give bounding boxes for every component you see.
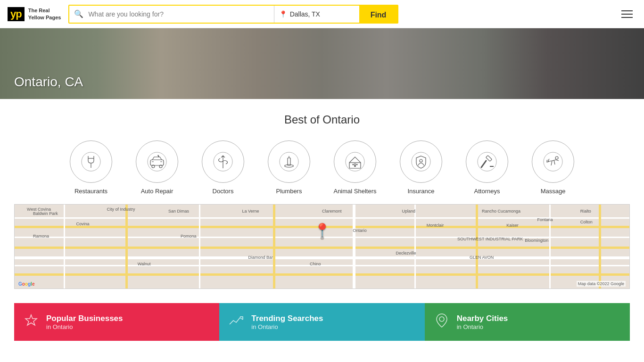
logo[interactable]: yp The Real Yellow Pages xyxy=(8,7,61,21)
search-input[interactable] xyxy=(88,10,273,18)
logo-tagline: The Real Yellow Pages xyxy=(28,7,61,21)
google-logo: Google xyxy=(18,281,34,287)
nearby-icon xyxy=(434,313,449,331)
map-label-13: Fontana xyxy=(537,217,553,222)
category-label-doctors: Doctors xyxy=(213,188,234,195)
map-label-21: City of Industry xyxy=(107,207,135,212)
road-h3 xyxy=(15,247,629,249)
trending-title: Trending Searches xyxy=(251,314,323,323)
medical-icon xyxy=(213,151,233,172)
road-v2 xyxy=(125,205,128,288)
category-restaurants[interactable]: Restaurants xyxy=(65,140,117,195)
logo-line1: The Real xyxy=(28,7,61,14)
popular-businesses-card[interactable]: Popular Businesses in Ontario xyxy=(14,303,219,341)
category-label-auto-repair: Auto Repair xyxy=(141,188,173,195)
trending-searches-card[interactable]: Trending Searches in Ontario xyxy=(219,303,424,341)
road-v7 xyxy=(476,205,478,288)
category-insurance[interactable]: Insurance xyxy=(395,140,447,195)
road-v4 xyxy=(273,205,275,288)
svg-point-10 xyxy=(280,152,298,171)
hero-scene-bg xyxy=(0,28,644,99)
category-auto-repair[interactable]: Auto Repair xyxy=(131,140,183,195)
map-label-19: GLEN AVON xyxy=(470,255,494,260)
location-input[interactable] xyxy=(290,10,347,18)
category-label-animal-shelters: Animal Shelters xyxy=(333,188,376,195)
search-icon: 🔍 xyxy=(69,9,88,18)
shield-icon xyxy=(411,151,431,172)
category-attorneys[interactable]: Attorneys xyxy=(461,140,513,195)
svg-rect-4 xyxy=(150,160,164,165)
popular-icon xyxy=(24,313,39,331)
map-container: Baldwin Park Covina San Dimas La Verne C… xyxy=(15,205,629,288)
map-label-6: Upland xyxy=(402,209,416,214)
nearby-cities-card[interactable]: Nearby Cities in Ontario xyxy=(425,303,630,341)
map-label-1: Baldwin Park xyxy=(33,211,58,216)
map-label-3: San Dimas xyxy=(168,209,189,214)
restaurant-icon xyxy=(81,151,101,172)
map-label-2: Covina xyxy=(76,222,89,226)
map-label-4: La Verne xyxy=(242,209,259,214)
category-plumbers[interactable]: Plumbers xyxy=(263,140,315,195)
svg-point-25 xyxy=(544,152,562,171)
road-h6 xyxy=(15,265,629,266)
map-label-5: Claremont xyxy=(322,209,342,214)
hamburger-line2 xyxy=(621,14,633,15)
hamburger-menu[interactable] xyxy=(618,7,636,22)
map-label-colton: Colton xyxy=(580,220,593,224)
map-label-17: Walnut xyxy=(138,262,151,266)
road-h7 xyxy=(15,273,629,276)
popular-title: Popular Businesses xyxy=(46,314,123,323)
search-where-container: 📍 xyxy=(274,6,359,23)
category-circle-doctors xyxy=(202,140,244,183)
category-doctors[interactable]: Doctors xyxy=(197,140,249,195)
search-bar: 🔍 📍 Find xyxy=(68,5,398,24)
svg-point-27 xyxy=(439,317,444,321)
categories-row: Restaurants Auto Repair xyxy=(9,140,635,195)
category-circle-restaurants xyxy=(70,140,112,183)
svg-point-26 xyxy=(555,156,558,159)
road-v3 xyxy=(199,205,200,288)
map-label-12: Kaiser xyxy=(506,223,519,228)
category-animal-shelters[interactable]: Animal Shelters xyxy=(329,140,381,195)
hamburger-line1 xyxy=(621,10,633,11)
category-circle-attorneys xyxy=(466,140,508,183)
search-what-container: 🔍 xyxy=(69,6,274,23)
gavel-icon xyxy=(477,151,497,172)
category-circle-plumbers xyxy=(268,140,310,183)
map-label-8: Rialto xyxy=(580,209,591,214)
road-v5 xyxy=(353,205,355,288)
category-label-attorneys: Attorneys xyxy=(474,188,500,195)
category-label-insurance: Insurance xyxy=(407,188,434,195)
category-circle-massage xyxy=(532,140,574,183)
nearby-text: Nearby Cities in Ontario xyxy=(457,314,508,330)
yp-text: yp xyxy=(10,8,22,20)
hero-banner: Ontario, CA xyxy=(0,28,644,99)
category-label-massage: Massage xyxy=(541,188,566,195)
logo-line2: Yellow Pages xyxy=(28,14,61,21)
popular-subtitle: in Ontario xyxy=(46,323,123,330)
svg-point-16 xyxy=(355,164,356,165)
hamburger-line3 xyxy=(621,17,633,18)
map-pin: 📍 xyxy=(314,222,330,238)
map-label-15: Declezville xyxy=(396,251,416,255)
map-label-ontario: Ontario xyxy=(353,228,367,233)
animal-icon xyxy=(345,151,365,172)
best-of-section: Best of Ontario Restaurants xyxy=(0,99,644,204)
map-label-18: Chino xyxy=(310,262,321,266)
category-massage[interactable]: Massage xyxy=(527,140,579,195)
map-label-20: West Covina xyxy=(27,207,51,212)
map-section[interactable]: Baldwin Park Covina San Dimas La Verne C… xyxy=(14,204,630,289)
svg-point-18 xyxy=(354,165,356,167)
category-circle-auto-repair xyxy=(136,140,178,183)
map-label-9: Ramona xyxy=(33,234,49,239)
header: yp The Real Yellow Pages 🔍 📍 Find xyxy=(0,0,644,28)
category-label-restaurants: Restaurants xyxy=(74,188,107,195)
svg-point-17 xyxy=(356,164,358,165)
category-circle-insurance xyxy=(400,140,442,183)
svg-line-23 xyxy=(481,161,486,167)
trending-icon xyxy=(229,313,244,331)
find-button[interactable]: Find xyxy=(359,6,398,24)
plumber-icon xyxy=(279,151,299,172)
category-label-plumbers: Plumbers xyxy=(276,188,302,195)
nearby-title: Nearby Cities xyxy=(457,314,508,323)
